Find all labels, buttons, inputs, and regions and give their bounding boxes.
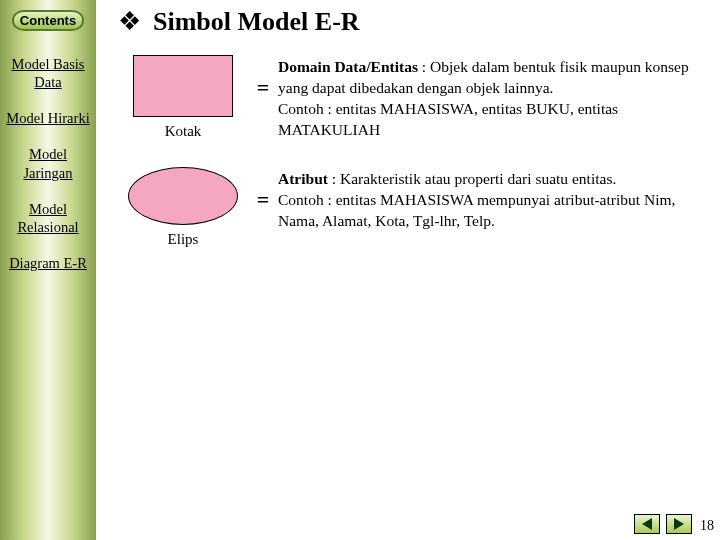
title-bullet-icon: ❖ (118, 6, 141, 37)
page-number: 18 (700, 518, 714, 534)
sidebar-item-model-hirarki[interactable]: Model Hirarki (0, 109, 96, 127)
term-atribut: Atribut (278, 170, 328, 187)
contents-button[interactable]: Contents (12, 10, 84, 31)
symbol-row-elips: Elips = Atribut : Karakteristik atau pro… (118, 167, 706, 248)
nav-arrows (634, 514, 692, 534)
next-button[interactable] (666, 514, 692, 534)
description-kotak: Domain Data/Entitas : Objek dalam bentuk… (278, 55, 706, 141)
shape-column: Kotak (118, 55, 248, 140)
rectangle-icon (133, 55, 233, 117)
description-elips: Atribut : Karakteristik atau properti da… (278, 167, 706, 232)
sidebar-item-model-relasional[interactable]: Model Relasional (0, 200, 96, 236)
sidebar-item-model-jaringan[interactable]: Model Jaringan (0, 145, 96, 181)
shape-column: Elips (118, 167, 248, 248)
prev-button[interactable] (634, 514, 660, 534)
body-atribut: : Karakteristik atau properti dari suatu… (328, 170, 616, 187)
shape-label-kotak: Kotak (118, 123, 248, 140)
ellipse-icon (128, 167, 238, 225)
example-atribut: Contoh : entitas MAHASISWA mempunyai atr… (278, 191, 675, 229)
example-entitas: Contoh : entitas MAHASISWA, entitas BUKU… (278, 100, 618, 138)
triangle-left-icon (642, 518, 652, 530)
slide-title-row: ❖ Simbol Model E-R (118, 6, 706, 37)
term-entitas: Domain Data/Entitas (278, 58, 418, 75)
sidebar-item-diagram-er[interactable]: Diagram E-R (0, 254, 96, 272)
sidebar: Contents Model Basis Data Model Hirarki … (0, 0, 96, 540)
equals-sign: = (248, 167, 278, 213)
sidebar-item-model-basis-data[interactable]: Model Basis Data (0, 55, 96, 91)
shape-label-elips: Elips (118, 231, 248, 248)
symbol-row-kotak: Kotak = Domain Data/Entitas : Objek dala… (118, 55, 706, 141)
main-slide: ❖ Simbol Model E-R Kotak = Domain Data/E… (96, 0, 720, 540)
slide-title: Simbol Model E-R (153, 7, 360, 37)
equals-sign: = (248, 55, 278, 101)
triangle-right-icon (674, 518, 684, 530)
